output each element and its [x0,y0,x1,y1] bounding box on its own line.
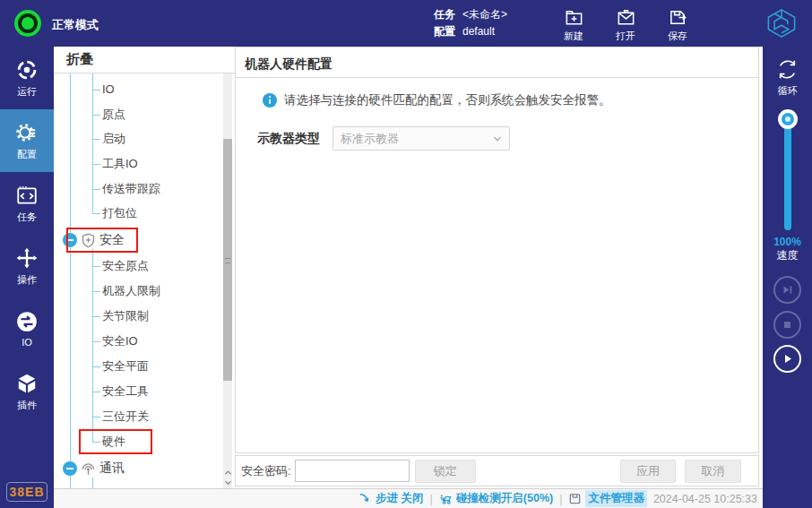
nav-item-label: 配置 [17,148,37,161]
task-config-info: 任务<未命名> 配置default [434,6,507,40]
config-value: default [462,25,495,38]
collapse-toggle-icon[interactable] [63,233,77,247]
tree-node-label: 安全 [99,232,125,248]
loop-label: 循环 [778,84,798,98]
nav-item-plugin[interactable]: 插件 [0,360,54,423]
step-forward-icon [781,283,794,297]
tree-trunk-line [70,73,71,488]
tree-item-joint-limit[interactable]: 关节限制 [92,307,149,325]
right-control-sidebar: 循环 100% 速度 [763,47,812,508]
nav-item-operate[interactable]: 操作 [0,235,54,297]
new-file-icon [564,7,584,28]
info-message-row: 请选择与连接的硬件匹配的配置，否则系统会触发安全报警。 [263,92,611,108]
mode-label: 正常模式 [52,17,99,33]
nav-item-io[interactable]: IO [0,297,54,360]
task-value: <未命名> [462,8,507,21]
status-separator: | [559,493,562,505]
tree-item-hardware[interactable]: 硬件 [92,433,125,451]
save-button[interactable]: 保存 [658,4,697,44]
status-separator: | [430,493,433,505]
new-button[interactable]: 新建 [554,4,593,44]
config-tree-panel: 折叠 IO 原点 启动 工具IO 传送带跟踪 打包位 安全 安全原点 机器人限制… [54,47,235,488]
speed-value: 100% [763,236,812,248]
error-code-badge[interactable]: 38EB [6,482,48,502]
speed-slider-track[interactable] [784,119,791,230]
collision-detect-status[interactable]: 碰撞检测开启(50%) [439,491,553,506]
tree-item-safety-io[interactable]: 安全IO [92,332,138,350]
stop-icon [781,318,794,331]
password-label: 安全密码: [241,463,291,479]
safety-password-bar: 安全密码: 锁定 应用 取消 [235,455,759,486]
loop-icon [775,57,799,82]
step-forward-button[interactable] [773,276,801,304]
tree-item-conveyor[interactable]: 传送带跟踪 [92,180,160,198]
password-input[interactable] [295,460,410,482]
apply-button[interactable]: 应用 [620,460,676,483]
config-gear-icon [15,121,39,144]
tree-collapse-header[interactable]: 折叠 [54,47,235,73]
hardware-config-panel: 机器人硬件配置 请选择与连接的硬件匹配的配置，否则系统会触发安全报警。 示教器类… [235,47,759,453]
tree-item-safety-tool[interactable]: 安全工具 [92,383,149,400]
antenna-icon [81,461,96,477]
lock-button[interactable]: 锁定 [415,460,476,483]
nav-item-label: IO [22,337,32,348]
tree-item-origin[interactable]: 原点 [92,106,125,124]
save-icon [668,7,688,28]
pendant-type-select[interactable]: 标准示教器 [333,126,510,151]
loop-mode-button[interactable]: 循环 [763,57,812,98]
run-icon [15,58,39,82]
datetime-label: 2024-04-25 10:25:33 [653,493,757,505]
new-button-label: 新建 [564,30,583,43]
left-nav-sidebar: 运行 配置 任务 操作 IO [0,47,54,508]
tree-item-robot-limit[interactable]: 机器人限制 [92,282,160,300]
chevron-down-icon [493,134,502,143]
tree-item-safety-home[interactable]: 安全原点 [92,257,149,275]
cube-logo-icon [765,8,798,39]
open-button[interactable]: 打开 [606,4,645,44]
tree-comm-branch-line [92,478,93,488]
play-button[interactable] [773,345,801,373]
config-label: 配置 [434,25,455,38]
nav-item-label: 插件 [17,399,37,412]
scroll-down-icon[interactable] [224,478,232,486]
cancel-button[interactable]: 取消 [685,460,741,483]
open-file-icon [616,7,636,28]
brand-logo [765,8,798,42]
open-button-label: 打开 [616,30,635,43]
nav-item-label: 操作 [17,273,37,287]
tree-item-tool-io[interactable]: 工具IO [92,155,138,173]
step-arrow-icon [358,492,372,505]
io-icon [15,310,39,333]
stop-button[interactable] [773,311,801,339]
nav-item-config[interactable]: 配置 [0,109,54,172]
pendant-type-value: 标准示教器 [341,131,493,147]
collision-icon [439,492,453,505]
tree-scrollbar-thumb[interactable] [223,139,232,381]
tree-node-label: 通讯 [99,461,125,477]
collapse-toggle-icon[interactable] [63,461,77,476]
tree-scrollbar[interactable] [223,73,232,488]
play-icon [781,352,794,366]
shield-plus-icon [81,233,96,248]
step-mode-status[interactable]: 步进 关闭 [358,491,423,506]
operate-arrows-icon [15,246,39,270]
plugin-cube-icon [15,372,39,395]
panel-title: 机器人硬件配置 [245,56,333,73]
tree-item-io[interactable]: IO [92,81,115,99]
tree-item-safety-plane[interactable]: 安全平面 [92,357,149,375]
tree-item-startup[interactable]: 启动 [92,130,125,148]
tree-item-3pos-switch[interactable]: 三位开关 [92,408,149,426]
robot-status-indicator [14,10,41,37]
info-message-text: 请选择与连接的硬件匹配的配置，否则系统会触发安全报警。 [284,92,611,108]
tree-node-comm[interactable]: 通讯 [63,460,125,478]
speed-slider-knob[interactable] [778,109,798,129]
nav-item-task[interactable]: 任务 [0,172,54,235]
file-manager-button[interactable]: 文件管理器 [568,490,647,507]
nav-item-run[interactable]: 运行 [0,47,54,109]
top-bar: 正常模式 任务<未命名> 配置default 新建 打开 保存 [0,0,812,47]
file-manager-icon [568,492,582,505]
tree-node-safety[interactable]: 安全 [63,231,125,249]
scroll-up-icon[interactable] [224,469,232,477]
tree-item-packing[interactable]: 打包位 [92,204,137,222]
task-label: 任务 [434,8,455,21]
